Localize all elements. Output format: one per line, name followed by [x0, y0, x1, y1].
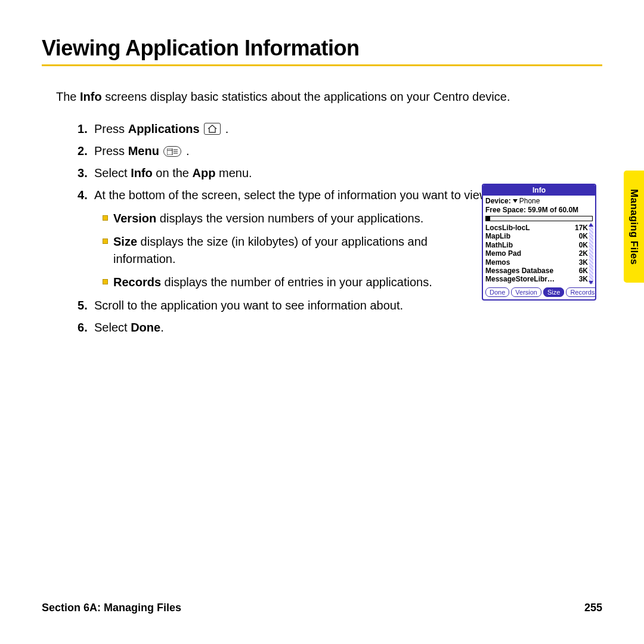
sub-size-bold: Size — [113, 235, 137, 248]
intro-paragraph: The Info screens display basic statistic… — [56, 89, 602, 105]
version-button[interactable]: Version — [511, 287, 541, 298]
intro-pre: The — [56, 90, 80, 103]
step2-post — [159, 144, 163, 157]
step1-pre: Press — [94, 122, 128, 135]
dialog-title: Info — [483, 185, 595, 196]
info-dialog-figure: Info Device: Phone Free Space: 59.9M of … — [482, 184, 596, 301]
home-key-icon — [204, 123, 221, 135]
app-name: MathLib — [485, 241, 513, 249]
step-2: Press Menu . — [78, 143, 602, 160]
step2-bold: Menu — [128, 144, 159, 157]
list-item[interactable]: LocsLib-locL17K — [485, 224, 588, 232]
step3-post: menu. — [215, 166, 252, 179]
app-size: 17K — [575, 224, 588, 232]
intro-post: screens display basic statistics about t… — [102, 90, 510, 103]
step-3: Select Info on the App menu. — [78, 165, 602, 182]
menu-key-icon — [163, 146, 181, 157]
step4-text: At the bottom of the screen, select the … — [94, 187, 506, 204]
app-name: Memo Pad — [485, 249, 521, 258]
sub-version: Version displays the version numbers of … — [100, 210, 476, 227]
sub-records: Records displays the number of entries i… — [100, 274, 476, 291]
step-6: Select Done. — [78, 319, 602, 336]
step3-bold1: Info — [131, 166, 153, 179]
dropdown-arrow-icon[interactable] — [513, 199, 518, 203]
step3-mid: on the — [153, 166, 193, 179]
scrollbar[interactable] — [589, 224, 593, 284]
free-space-label: Free Space: 59.9M of 60.0M — [485, 206, 593, 214]
list-item[interactable]: Memo Pad2K — [485, 249, 588, 258]
app-name: MessageStoreLibr… — [485, 275, 555, 283]
footer-section: Section 6A: Managing Files — [42, 602, 181, 614]
dialog-button-row: Done Version Size Records — [485, 287, 593, 298]
heading-rule — [42, 64, 602, 66]
footer: Section 6A: Managing Files 255 — [42, 602, 602, 614]
sub-version-bold: Version — [113, 212, 156, 225]
device-row: Device: Phone — [485, 197, 593, 205]
app-name: LocsLib-locL — [485, 224, 530, 232]
list-item[interactable]: Memos3K — [485, 258, 588, 267]
side-tab-label: Managing Files — [628, 189, 640, 265]
list-item[interactable]: MapLib0K — [485, 232, 588, 240]
list-item[interactable]: Messages Database6K — [485, 267, 588, 275]
sub-records-text: displays the number of entries in your a… — [161, 275, 432, 289]
footer-page: 255 — [584, 602, 602, 614]
scroll-down-icon[interactable] — [589, 281, 593, 284]
side-tab: Managing Files — [624, 171, 644, 283]
step6-bold: Done — [131, 321, 160, 334]
device-value: Phone — [519, 197, 540, 205]
sub-records-bold: Records — [113, 275, 161, 289]
app-size: 0K — [579, 241, 588, 249]
step1-bold: Applications — [128, 122, 200, 135]
sub-version-text: displays the version numbers of your app… — [156, 212, 423, 225]
done-button[interactable]: Done — [485, 287, 509, 298]
sub-size-text: displays the size (in kilobytes) of your… — [113, 235, 428, 265]
step2-pre: Press — [94, 144, 128, 157]
svg-rect-0 — [167, 148, 172, 155]
app-size: 3K — [579, 258, 588, 267]
free-space-bar — [485, 216, 593, 221]
app-name: Messages Database — [485, 267, 553, 275]
sub-size: Size displays the size (in kilobytes) of… — [100, 233, 476, 268]
app-name: Memos — [485, 258, 510, 267]
size-button[interactable]: Size — [543, 287, 564, 298]
scroll-up-icon[interactable] — [589, 223, 593, 227]
device-label: Device: — [485, 197, 511, 205]
app-size: 3K — [579, 275, 588, 283]
page-heading: Viewing Application Information — [42, 36, 602, 61]
app-list: LocsLib-locL17K MapLib0K MathLib0K Memo … — [485, 224, 593, 284]
list-item[interactable]: MathLib0K — [485, 241, 588, 249]
step6-pre: Select — [94, 321, 131, 334]
app-size: 0K — [579, 232, 588, 240]
step3-bold2: App — [193, 166, 216, 179]
intro-bold: Info — [80, 90, 102, 103]
records-button[interactable]: Records — [566, 287, 596, 298]
app-size: 2K — [579, 249, 588, 258]
step1-post — [200, 122, 203, 135]
step3-pre: Select — [94, 166, 131, 179]
app-size: 6K — [579, 267, 588, 275]
app-name: MapLib — [485, 232, 510, 240]
list-item[interactable]: MessageStoreLibr…3K — [485, 275, 588, 283]
step6-post: . — [160, 321, 164, 334]
step-1: Press Applications . — [78, 120, 602, 138]
